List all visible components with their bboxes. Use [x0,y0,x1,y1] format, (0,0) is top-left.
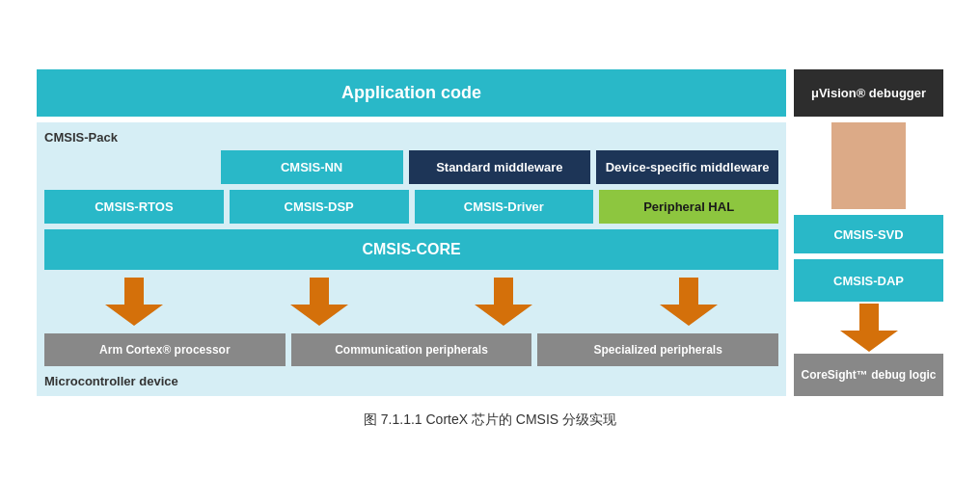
uvision-top-connector [831,122,907,209]
device-middleware-box: Device-specific middleware [596,150,778,184]
diagram-caption: 图 7.1.1.1 CorteX 芯片的 CMSIS 分级实现 [37,406,943,435]
coresight-box: CoreSight™ debug logic [794,354,943,396]
svg-marker-3 [660,278,718,326]
svg-marker-0 [105,278,163,326]
std-middleware-box: Standard middleware [409,150,591,184]
arrow2 [230,278,409,326]
svg-marker-4 [840,304,898,352]
arrows-row [44,276,778,328]
arrow3 [415,278,594,326]
cmsis-pack-label: CMSIS-Pack [44,130,778,145]
arm-cortex-box: Arm Cortex® processor [44,333,286,366]
specialized-peripherals-box: Specialized peripherals [537,333,778,366]
svg-marker-1 [290,278,348,326]
svg-marker-2 [475,278,532,326]
cmsis-svd-box: CMSIS-SVD [794,215,943,253]
comm-peripherals-box: Communication peripherals [291,333,532,366]
right-arrow [794,302,943,354]
arrow4 [599,278,778,326]
cmsis-pack-area: CMSIS-Pack CMSIS-NN Standard middleware … [37,122,786,396]
peripheral-hal-box: Peripheral HAL [599,190,778,224]
cmsis-driver-box: CMSIS-Driver [415,190,594,224]
cmsis-rtos-box: CMSIS-RTOS [44,190,224,224]
app-code-box: Application code [37,69,786,117]
cmsis-nn-box: CMSIS-NN [221,150,403,184]
cmsis-core-box: CMSIS-CORE [44,229,778,270]
uvision-side-column: CMSIS-SVD CMSIS-DAP CoreSight™ debug log… [794,122,943,396]
microcontroller-label: Microcontroller device [44,374,778,388]
full-diagram: Application code μVision® debugger CMSIS… [27,60,953,444]
arrow1 [44,278,224,326]
row1-spacer [44,150,215,184]
cmsis-dap-box: CMSIS-DAP [794,259,943,302]
cmsis-dsp-box: CMSIS-DSP [230,190,409,224]
uvision-debugger-box: μVision® debugger [794,69,943,117]
